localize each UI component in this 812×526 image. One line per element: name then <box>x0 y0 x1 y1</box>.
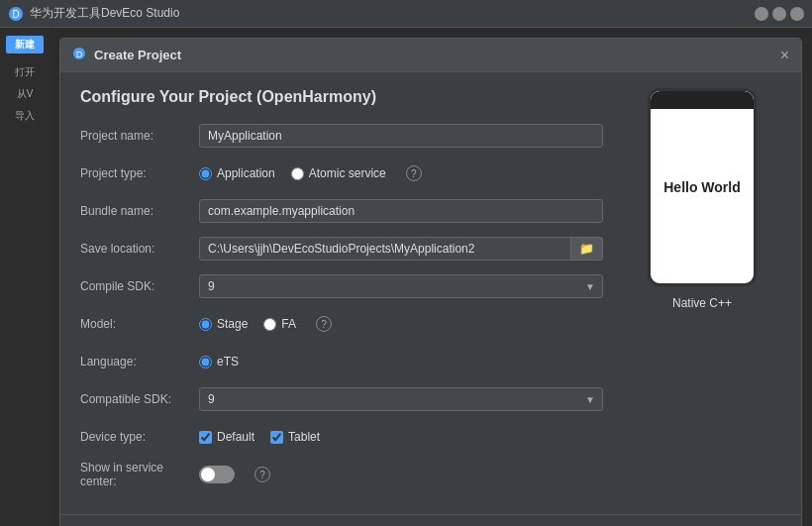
sidebar-vc-item[interactable]: 从V <box>6 87 44 101</box>
app-title-bar: D 华为开发工具DevEco Studio <box>0 0 812 28</box>
app-icon: D <box>8 6 24 22</box>
dialog-body: Configure Your Project (OpenHarmony) Pro… <box>60 72 801 514</box>
bundle-name-control <box>199 199 603 223</box>
project-name-row: Project name: <box>80 122 603 150</box>
model-help-icon[interactable]: ? <box>316 316 332 332</box>
model-row: Model: Stage FA ? <box>80 310 603 338</box>
tablet-checkbox-label: Tablet <box>288 430 320 444</box>
atomic-service-radio[interactable] <box>291 167 304 180</box>
project-type-row: Project type: Application Atomic service… <box>80 159 603 187</box>
bundle-name-row: Bundle name: <box>80 197 603 225</box>
phone-preview: Hello World <box>648 88 757 286</box>
tablet-checkbox[interactable] <box>270 431 283 444</box>
sidebar: 新建 打开 从V 导入 <box>0 28 50 526</box>
bundle-name-input[interactable] <box>199 199 603 223</box>
fa-radio[interactable] <box>263 318 276 331</box>
maximize-button[interactable] <box>772 7 786 21</box>
preview-label: Native C++ <box>672 296 732 310</box>
sidebar-open-item[interactable]: 打开 <box>6 65 44 79</box>
device-type-label: Device type: <box>80 430 199 444</box>
ets-radio[interactable] <box>199 356 212 368</box>
default-checkbox-label: Default <box>217 430 254 444</box>
warning-bar: ⚠ The SDK of API 9 is now in trial and m… <box>60 514 801 526</box>
default-checkbox[interactable] <box>199 431 212 444</box>
save-location-label: Save location: <box>80 242 199 256</box>
compile-sdk-row: Compile SDK: 9 ▼ <box>80 272 603 300</box>
model-label: Model: <box>80 317 199 331</box>
service-center-row: Show in service center: ? <box>80 461 603 488</box>
save-location-control: 📁 <box>199 237 603 261</box>
save-location-input[interactable] <box>199 237 571 261</box>
default-checkbox-item[interactable]: Default <box>199 430 254 444</box>
minimize-button[interactable] <box>755 7 768 21</box>
application-radio-label: Application <box>217 166 275 180</box>
stage-radio-label: Stage <box>217 317 248 331</box>
project-name-input[interactable] <box>199 124 603 148</box>
compatible-sdk-control: 9 ▼ <box>199 387 603 411</box>
device-type-row: Device type: Default Tablet <box>80 423 603 451</box>
project-type-label: Project type: <box>80 166 199 180</box>
compile-sdk-label: Compile SDK: <box>80 279 199 293</box>
svg-text:D: D <box>76 50 83 59</box>
form-section: Configure Your Project (OpenHarmony) Pro… <box>80 88 603 498</box>
compatible-sdk-label: Compatible SDK: <box>80 392 199 406</box>
atomic-service-radio-label: Atomic service <box>309 166 386 180</box>
service-center-label: Show in service center: <box>80 461 199 488</box>
sidebar-new-item[interactable]: 新建 <box>6 36 44 53</box>
service-center-control: ? <box>199 466 603 483</box>
project-type-help-icon[interactable]: ? <box>406 165 422 181</box>
language-label: Language: <box>80 355 199 368</box>
fa-radio-item[interactable]: FA <box>263 317 296 331</box>
browse-button[interactable]: 📁 <box>571 237 603 261</box>
dialog-close-button[interactable]: × <box>780 48 789 63</box>
save-location-row: Save location: 📁 <box>80 235 603 263</box>
project-name-control <box>199 124 603 148</box>
preview-section: Hello World Native C++ <box>623 88 781 498</box>
close-app-button[interactable] <box>790 7 804 21</box>
phone-preview-text: Hello World <box>663 179 741 195</box>
create-project-dialog: D Create Project × Configure Your Projec… <box>59 38 802 526</box>
language-control: eTS <box>199 355 603 368</box>
sidebar-import-item[interactable]: 导入 <box>6 109 44 123</box>
compatible-sdk-select[interactable]: 9 <box>199 387 603 411</box>
language-row: Language: eTS <box>80 348 603 375</box>
service-center-toggle[interactable] <box>199 466 235 483</box>
compile-sdk-select[interactable]: 9 <box>199 274 603 298</box>
application-radio-item[interactable]: Application <box>199 166 275 180</box>
atomic-service-radio-item[interactable]: Atomic service <box>291 166 386 180</box>
compile-sdk-control: 9 ▼ <box>199 274 603 298</box>
dialog-title-icon: D <box>72 47 86 63</box>
service-center-help-icon[interactable]: ? <box>254 467 270 482</box>
svg-text:D: D <box>12 9 19 20</box>
window-controls <box>755 7 804 21</box>
application-radio[interactable] <box>199 167 212 180</box>
stage-radio-item[interactable]: Stage <box>199 317 248 331</box>
compatible-sdk-row: Compatible SDK: 9 ▼ <box>80 385 603 413</box>
project-type-control: Application Atomic service ? <box>199 165 603 181</box>
dialog-title: Create Project <box>94 48 181 62</box>
fa-radio-label: FA <box>281 317 296 331</box>
dialog-overlay: D Create Project × Configure Your Projec… <box>50 28 812 526</box>
configure-title: Configure Your Project (OpenHarmony) <box>80 88 603 106</box>
ets-radio-item[interactable]: eTS <box>199 355 239 368</box>
stage-radio[interactable] <box>199 318 212 331</box>
tablet-checkbox-item[interactable]: Tablet <box>270 430 320 444</box>
app-title: 华为开发工具DevEco Studio <box>30 5 179 22</box>
project-name-label: Project name: <box>80 129 199 143</box>
ets-radio-label: eTS <box>217 355 239 368</box>
model-control: Stage FA ? <box>199 316 603 332</box>
bundle-name-label: Bundle name: <box>80 204 199 218</box>
dialog-title-bar: D Create Project × <box>60 39 801 72</box>
device-type-control: Default Tablet <box>199 430 603 444</box>
